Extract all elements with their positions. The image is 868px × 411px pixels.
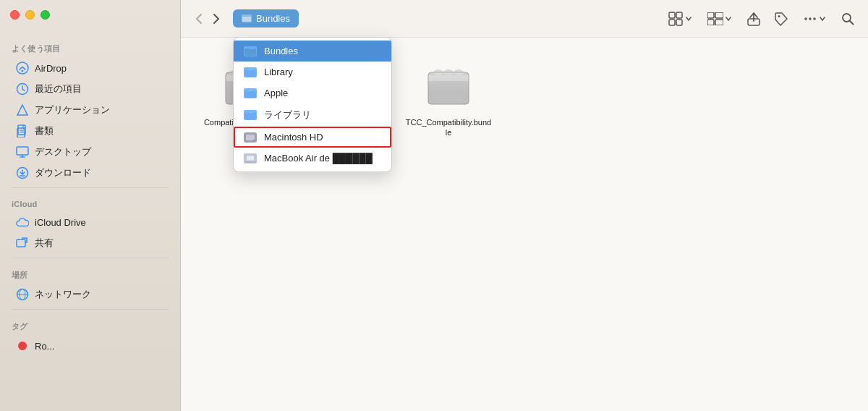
breadcrumb-dropdown: Bundles Library (233, 37, 392, 172)
search-button[interactable] (838, 9, 858, 28)
sidebar-item-downloads-label: ダウンロード (35, 166, 91, 179)
sidebar-item-desktop[interactable]: デスクトップ (4, 142, 176, 162)
svg-rect-33 (707, 20, 714, 25)
sidebar-item-airdrop-label: AirDrop (35, 63, 67, 74)
clock-icon (16, 82, 29, 96)
dropdown-item-apple-label: Apple (264, 88, 288, 98)
svg-line-41 (850, 20, 854, 24)
svg-rect-16 (242, 17, 251, 22)
dropdown-item-library[interactable]: Library (234, 62, 391, 82)
sidebar-item-desktop-label: デスクトップ (35, 145, 91, 158)
shared-icon (16, 237, 29, 250)
svg-rect-34 (715, 20, 723, 25)
tags-section-label: タグ (0, 314, 180, 335)
svg-rect-31 (707, 12, 714, 18)
forward-button[interactable] (208, 10, 224, 27)
svg-rect-17 (244, 48, 256, 56)
svg-rect-10 (17, 240, 25, 247)
svg-rect-18 (244, 69, 256, 77)
svg-rect-27 (669, 12, 675, 18)
sidebar-item-documents-label: 書類 (35, 124, 54, 137)
toolbar-right (665, 9, 858, 29)
sidebar-item-applications-label: アプリケーション (35, 103, 110, 116)
svg-rect-7 (17, 147, 28, 155)
breadcrumb-area: Bundles Bundles (233, 9, 299, 27)
svg-point-36 (778, 15, 780, 17)
back-button[interactable] (191, 10, 207, 27)
airdrop-icon (16, 62, 29, 75)
sidebar-item-applications[interactable]: アプリケーション (4, 100, 176, 120)
tag-button[interactable] (771, 9, 791, 29)
svg-rect-20 (244, 112, 256, 119)
svg-rect-26 (244, 161, 256, 163)
traffic-lights (10, 10, 50, 20)
svg-rect-32 (715, 12, 723, 18)
icloud-section-label: iCloud (0, 192, 180, 211)
maximize-button[interactable] (41, 10, 50, 20)
macbook-icon (244, 153, 257, 164)
hd-icon (244, 132, 257, 143)
sidebar-item-icloud-drive-label: iCloud Drive (35, 217, 86, 228)
bundles-folder-icon (244, 46, 257, 56)
svg-point-14 (18, 342, 27, 350)
dropdown-item-apple[interactable]: Apple (234, 82, 391, 103)
download-icon (16, 166, 29, 179)
network-icon (16, 288, 29, 301)
toolbar: Bundles Bundles (181, 0, 868, 38)
sidebar-divider-2 (12, 258, 169, 258)
sidebar-item-icloud-drive[interactable]: iCloud Drive (4, 212, 176, 232)
more-button[interactable] (799, 9, 830, 28)
close-button[interactable] (10, 10, 20, 20)
svg-point-39 (813, 17, 816, 20)
svg-rect-29 (669, 20, 675, 25)
sidebar-item-shared[interactable]: 共有 (4, 233, 176, 253)
breadcrumb-label: Bundles (256, 13, 290, 24)
svg-rect-19 (244, 90, 256, 98)
svg-rect-28 (676, 12, 682, 18)
doc-icon (16, 124, 29, 137)
file-name-3: TCC_Compatibility.bundle (405, 117, 492, 138)
sidebar-item-recents[interactable]: 最近の項目 (4, 79, 176, 99)
main-area: Bundles Bundles (181, 0, 868, 411)
dropdown-item-bundles-label: Bundles (264, 46, 298, 56)
dropdown-item-library-label: Library (264, 67, 293, 77)
dropdown-item-raibulari-label: ライブラリ (264, 109, 311, 122)
favorites-section-label: よく使う項目 (0, 36, 180, 57)
svg-rect-30 (676, 20, 682, 25)
svg-point-1 (22, 70, 24, 72)
minimize-button[interactable] (25, 10, 35, 20)
list-view-button[interactable] (704, 9, 736, 28)
sidebar-item-recents-label: 最近の項目 (35, 82, 82, 96)
share-button[interactable] (744, 9, 764, 29)
view-switcher (665, 9, 697, 29)
svg-rect-62 (428, 72, 469, 104)
grid-view-button[interactable] (665, 9, 697, 29)
bundle-icon-3 (420, 55, 477, 113)
sidebar-item-red-tag-label: Ro... (35, 341, 54, 352)
dropdown-item-bundles[interactable]: Bundles (234, 41, 391, 62)
breadcrumb-button[interactable]: Bundles (233, 9, 299, 27)
library-folder-icon (244, 67, 257, 77)
dropdown-item-macintosh-hd[interactable]: Macintosh HD (234, 127, 391, 148)
sidebar-item-network[interactable]: ネットワーク (4, 284, 176, 305)
dropdown-item-macbook-air-label: MacBook Air de ██████ (264, 153, 373, 164)
sidebar-item-airdrop[interactable]: AirDrop (4, 58, 176, 78)
red-dot-icon (16, 339, 29, 352)
places-section-label: 場所 (0, 263, 180, 284)
svg-rect-22 (246, 135, 255, 140)
apps-icon (16, 103, 29, 116)
dropdown-item-macintosh-hd-label: Macintosh HD (264, 132, 323, 143)
sidebar-item-red-tag[interactable]: Ro... (4, 336, 176, 356)
icloud-icon (16, 216, 29, 229)
list-item[interactable]: TCC_Compatibility.bundle (405, 55, 492, 138)
dropdown-item-macbook-air[interactable]: MacBook Air de ██████ (234, 148, 391, 169)
sidebar-item-downloads[interactable]: ダウンロード (4, 163, 176, 183)
apple-folder-icon (244, 88, 257, 98)
sidebar-item-shared-label: 共有 (35, 237, 54, 250)
sidebar-item-network-label: ネットワーク (35, 288, 91, 301)
svg-point-37 (804, 17, 807, 20)
sidebar-divider-1 (12, 187, 169, 188)
sidebar-divider-3 (12, 309, 169, 310)
sidebar-item-documents[interactable]: 書類 (4, 121, 176, 141)
dropdown-item-raibulari[interactable]: ライブラリ (234, 103, 391, 127)
